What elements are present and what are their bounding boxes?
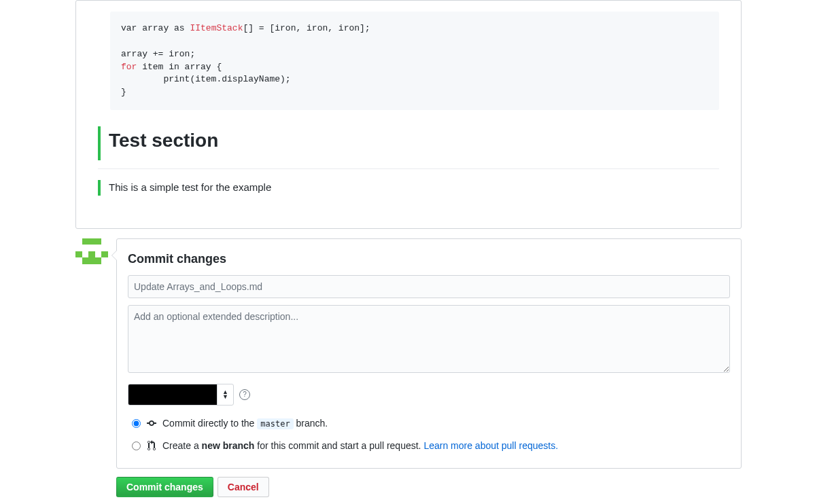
quote-block: This is a simple test for the example: [98, 180, 719, 196]
email-select[interactable]: ▲▼: [128, 384, 234, 406]
code-line: }: [121, 87, 126, 97]
code-line: item in array {: [137, 62, 222, 72]
commit-summary-input[interactable]: [128, 275, 730, 298]
commit-newbranch-radio[interactable]: Create a new branch for this commit and …: [128, 435, 730, 457]
cancel-button[interactable]: Cancel: [218, 477, 269, 497]
git-pull-request-icon: [146, 440, 157, 451]
radio-input[interactable]: [132, 419, 141, 428]
commit-changes-button[interactable]: Commit changes: [116, 477, 213, 497]
learn-more-link[interactable]: Learn more about pull requests.: [423, 440, 558, 451]
branch-name: master: [257, 418, 293, 429]
help-icon[interactable]: ?: [239, 389, 250, 400]
code-line: array += iron;: [121, 49, 195, 59]
preview-panel: var array as IItemStack[] = [iron, iron,…: [75, 0, 742, 229]
avatar: [75, 238, 108, 271]
commit-box: Commit changes ▲▼ ? Commit directly to t…: [116, 238, 742, 469]
radio-label-strong: new branch: [202, 440, 255, 451]
section-heading: Test section: [109, 126, 719, 160]
code-block: var array as IItemStack[] = [iron, iron,…: [110, 12, 719, 110]
quote-text: This is a simple test for the example: [109, 181, 271, 193]
radio-label-text: Commit directly to the: [162, 418, 257, 429]
commit-description-input[interactable]: [128, 305, 730, 373]
code-keyword: for: [121, 62, 137, 72]
code-line: var array as: [121, 23, 190, 33]
select-caret-icon: ▲▼: [217, 384, 233, 405]
heading-divider: [98, 168, 719, 169]
section-heading-wrapper: Test section: [98, 126, 719, 160]
radio-label-text: for this commit and start a pull request…: [254, 440, 423, 451]
radio-input[interactable]: [132, 442, 141, 450]
commit-title: Commit changes: [128, 250, 730, 268]
radio-label-text: Create a: [162, 440, 202, 451]
code-line: [] = [iron, iron, iron];: [243, 23, 370, 33]
radio-label-text: branch.: [294, 418, 328, 429]
code-line: print(item.displayName);: [121, 74, 291, 84]
commit-direct-radio[interactable]: Commit directly to the master branch.: [128, 412, 730, 435]
code-type: IItemStack: [190, 23, 243, 33]
git-commit-icon: [146, 418, 157, 429]
